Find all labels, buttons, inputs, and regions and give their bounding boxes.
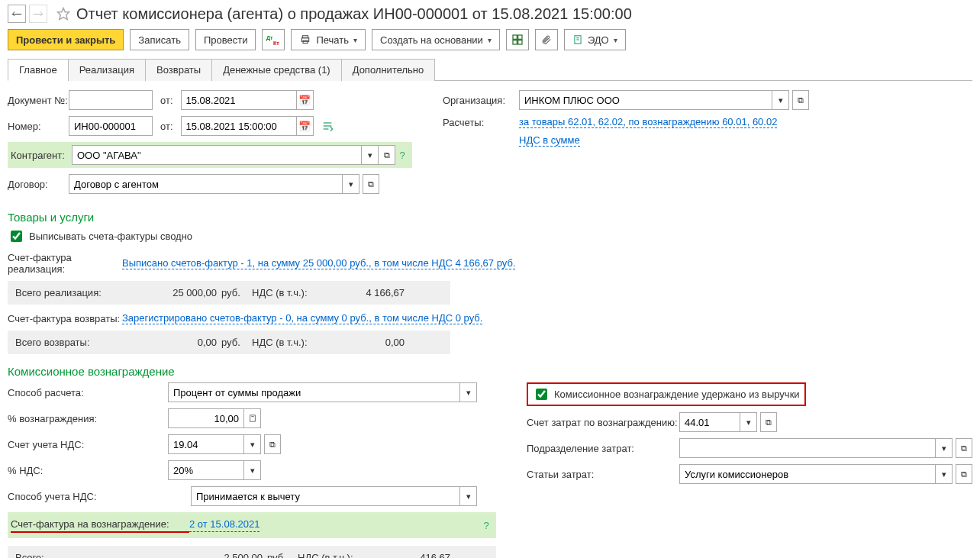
help-icon[interactable]: ? (395, 145, 409, 165)
calc-label: Расчеты: (443, 117, 519, 128)
tab-extra[interactable]: Дополнительно (341, 59, 436, 81)
print-button[interactable]: Печать▾ (291, 29, 366, 50)
cost-acct-label: Счет затрат по вознаграждению: (527, 417, 679, 428)
nav-fwd-button: 🡒 (29, 5, 47, 23)
org-input[interactable] (519, 90, 772, 110)
from-label-2: от: (160, 121, 173, 132)
open-icon[interactable]: ⧉ (956, 464, 972, 484)
pct-input[interactable] (168, 408, 244, 428)
sf-ret-link[interactable]: Зарегистрировано счетов-фактур - 0, на с… (122, 312, 482, 324)
total-vat: 416,67 (374, 552, 450, 558)
dropdown-icon[interactable]: ▾ (362, 145, 379, 165)
vat-incl-label-3: НДС (в т.ч.): (298, 552, 374, 558)
contract-input[interactable] (69, 174, 343, 194)
dropdown-icon[interactable]: ▾ (936, 464, 953, 484)
counterparty-label: Контрагент: (11, 150, 72, 161)
withheld-checkbox[interactable]: Комиссионное вознаграждение удержано из … (527, 382, 806, 406)
create-based-button[interactable]: Создать на основании▾ (372, 29, 500, 50)
counterparty-input[interactable] (72, 145, 362, 165)
post-button[interactable]: Провести (195, 29, 256, 50)
dropdown-icon[interactable]: ▾ (460, 382, 477, 402)
dropdown-icon[interactable]: ▾ (343, 174, 359, 194)
calendar-icon-2[interactable]: 📅 (297, 116, 314, 136)
edo-button[interactable]: ЭДО▾ (564, 29, 626, 50)
dropdown-icon[interactable]: ▾ (244, 434, 261, 454)
dept-input[interactable] (679, 438, 936, 458)
svg-text:Кт: Кт (273, 40, 279, 46)
doc-no-label: Документ №: (8, 95, 69, 106)
dropdown-icon[interactable]: ▾ (936, 438, 953, 458)
calc-link[interactable]: за товары 62.01, 62.02, по вознаграждени… (519, 116, 777, 128)
sf-real-link[interactable]: Выписано счетов-фактур - 1, на сумму 25 … (122, 257, 515, 269)
vat-incl-label: НДС (в т.ч.): (252, 287, 328, 298)
open-icon[interactable]: ⧉ (379, 145, 395, 165)
vat-acct-input[interactable] (168, 434, 244, 454)
vat-pct-label: % НДС: (8, 465, 168, 476)
tab-cash[interactable]: Денежные средства (1) (211, 59, 342, 81)
post-and-close-button[interactable]: Провести и закрыть (8, 29, 124, 50)
dropdown-icon[interactable]: ▾ (244, 460, 261, 480)
dropdown-icon[interactable]: ▾ (740, 412, 757, 432)
attachment-icon[interactable] (535, 29, 558, 50)
dropdown-icon[interactable]: ▾ (772, 90, 789, 110)
svodno-checkbox[interactable]: Выписывать счета-фактуры сводно (8, 228, 972, 244)
vat-pct-select[interactable] (168, 460, 244, 480)
total-ret-label: Всего возвраты: (15, 337, 145, 348)
doc-date-input[interactable] (181, 90, 297, 110)
total-label: Всего: (15, 552, 191, 558)
dept-label: Подразделение затрат: (527, 443, 679, 454)
method-select[interactable] (168, 382, 460, 402)
svg-marker-0 (58, 8, 69, 20)
svg-rect-7 (518, 35, 522, 39)
vat-mode-link[interactable]: НДС в сумме (519, 134, 580, 147)
open-icon[interactable]: ⧉ (760, 412, 777, 432)
nav-back-button[interactable]: 🡐 (8, 5, 26, 23)
svg-rect-6 (513, 35, 517, 39)
open-icon[interactable]: ⧉ (956, 438, 972, 458)
method-label: Способ расчета: (8, 387, 168, 398)
tab-main[interactable]: Главное (8, 59, 69, 81)
svg-rect-5 (304, 40, 308, 44)
help-icon[interactable]: ? (479, 515, 493, 535)
vat-incl-label-2: НДС (в т.ч.): (252, 337, 328, 348)
dropdown-icon[interactable]: ▾ (460, 486, 477, 506)
total-ret-cur: руб. (221, 337, 252, 348)
sf-fee-label: Счет-фактура на вознаграждение: (11, 518, 189, 533)
calc-icon[interactable] (244, 408, 261, 428)
pct-label: % вознаграждения: (8, 413, 168, 424)
svg-text:Дт: Дт (266, 35, 273, 41)
registers-icon[interactable] (506, 29, 529, 50)
num-input[interactable] (69, 116, 153, 136)
num-label: Номер: (8, 121, 69, 132)
vat-mode-select[interactable] (191, 486, 460, 506)
save-button[interactable]: Записать (130, 29, 189, 50)
calendar-icon[interactable]: 📅 (297, 90, 314, 110)
total-value: 2 500,00 (191, 552, 267, 558)
total-real-value: 25 000,00 (145, 287, 221, 298)
favorite-star-icon[interactable] (55, 5, 72, 22)
cost-item-input[interactable] (679, 464, 936, 484)
num-date-input[interactable] (181, 116, 297, 136)
open-icon[interactable]: ⧉ (363, 174, 379, 194)
timeline-icon[interactable] (321, 120, 334, 132)
section-commission: Комиссионное вознаграждение (8, 365, 972, 378)
cost-acct-input[interactable] (679, 412, 740, 432)
open-icon[interactable]: ⧉ (264, 434, 281, 454)
total-real-vat: 4 166,67 (328, 287, 405, 298)
dt-kt-icon[interactable]: ДтКт (262, 29, 285, 50)
page-title: Отчет комиссионера (агента) о продажах И… (76, 5, 632, 23)
sf-ret-label: Счет-фактура возвраты: (8, 313, 122, 324)
sf-fee-link[interactable]: 2 от 15.08.2021 (189, 518, 260, 532)
print-label: Печать (316, 34, 349, 46)
open-icon[interactable]: ⧉ (792, 90, 809, 110)
tab-returns[interactable]: Возвраты (145, 59, 212, 81)
create-based-label: Создать на основании (380, 34, 483, 46)
doc-no-input[interactable] (69, 90, 153, 110)
edo-label: ЭДО (588, 34, 609, 46)
total-ret-vat: 0,00 (328, 337, 405, 348)
total-real-cur: руб. (221, 287, 252, 298)
cost-item-label: Статьи затрат: (527, 469, 679, 480)
total-real-label: Всего реализация: (15, 287, 145, 298)
tab-sales[interactable]: Реализация (68, 59, 146, 81)
withheld-label: Комиссионное вознаграждение удержано из … (554, 389, 800, 400)
